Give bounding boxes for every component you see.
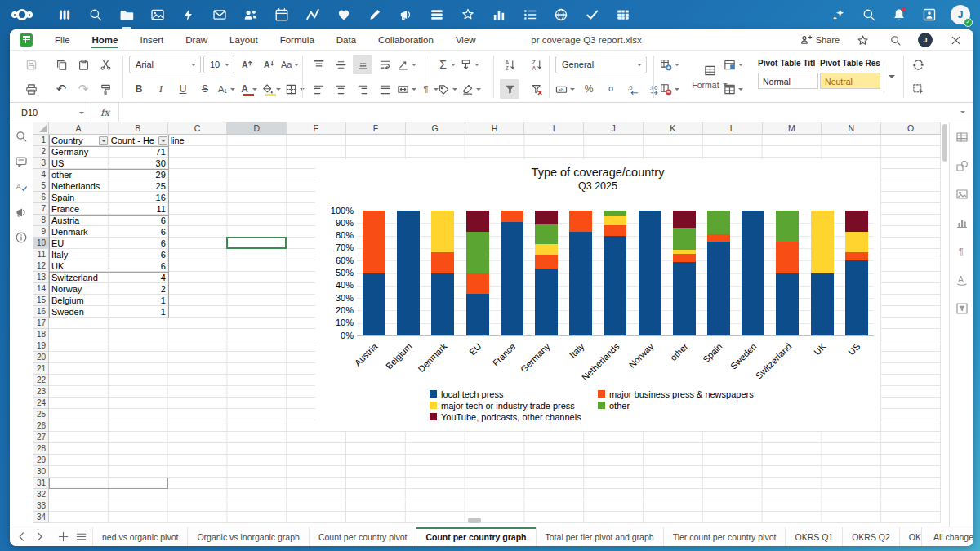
menu-layout[interactable]: Layout	[229, 31, 259, 49]
select-tool-button[interactable]	[908, 79, 928, 99]
bar-segment[interactable]	[466, 211, 489, 232]
shape-settings-icon[interactable]	[952, 156, 972, 176]
nextcloud-logo-icon[interactable]	[11, 9, 33, 20]
merge-cells-button[interactable]	[397, 79, 418, 99]
row-header-21[interactable]: 21	[33, 363, 49, 375]
notifications-icon[interactable]	[890, 7, 907, 24]
row-header-27[interactable]: 27	[33, 432, 49, 443]
align-right-button[interactable]	[353, 79, 372, 99]
tasks-icon[interactable]	[521, 7, 538, 24]
search-icon[interactable]	[885, 30, 905, 50]
align-center-button[interactable]	[331, 79, 350, 99]
cell-A16[interactable]: Sweden	[51, 306, 105, 318]
sum-button[interactable]: Σ	[438, 55, 457, 74]
search-icon[interactable]	[87, 7, 104, 24]
row-header-11[interactable]: 11	[33, 249, 49, 260]
cell-B7[interactable]: 11	[111, 203, 166, 215]
bar-segment[interactable]	[397, 211, 420, 335]
bar-segment[interactable]	[431, 211, 454, 252]
filter-button-B1[interactable]	[158, 136, 167, 145]
contacts-menu-icon[interactable]	[920, 7, 938, 24]
cell-B1[interactable]: Count - He	[111, 135, 158, 146]
previous-sheet-button[interactable]	[13, 529, 29, 545]
assistant-icon[interactable]	[830, 7, 847, 24]
redo-button[interactable]: ↷	[74, 79, 93, 99]
align-justify-button[interactable]	[375, 79, 394, 99]
row-header-6[interactable]: 6	[33, 192, 49, 203]
align-left-button[interactable]	[309, 79, 328, 99]
bar-segment[interactable]	[639, 211, 662, 335]
cell-reference-box[interactable]: D10	[10, 103, 91, 122]
column-header-H[interactable]: H	[466, 122, 525, 135]
align-middle-button[interactable]	[331, 55, 350, 74]
sheet-tab-count-per-country-graph[interactable]: Count per country graph	[416, 527, 536, 546]
insert-function-button[interactable]: fx	[91, 103, 119, 122]
row-header-28[interactable]: 28	[33, 443, 49, 455]
bar-segment[interactable]	[604, 211, 626, 216]
sheet-tab-tier-count-per-country-pivot[interactable]: Tier count per country pivot	[664, 527, 786, 546]
cell-B4[interactable]: 29	[111, 169, 166, 180]
row-header-8[interactable]: 8	[33, 215, 49, 226]
about-icon[interactable]	[11, 228, 31, 247]
notes-icon[interactable]	[366, 7, 383, 24]
cell-A4[interactable]: other	[51, 169, 105, 180]
bar-segment[interactable]	[776, 242, 799, 273]
cell-A3[interactable]: US	[51, 158, 105, 169]
image-settings-icon[interactable]	[952, 184, 972, 204]
cell-B8[interactable]: 6	[111, 215, 166, 226]
decrement-font-button[interactable]: A	[259, 55, 278, 74]
cell-B11[interactable]: 6	[111, 249, 166, 260]
bar-segment[interactable]	[845, 211, 868, 232]
font-name-select[interactable]: Arial	[129, 56, 201, 73]
column-header-E[interactable]: E	[287, 122, 346, 135]
bar-segment[interactable]	[431, 252, 454, 273]
row-header-24[interactable]: 24	[33, 398, 49, 409]
contacts-icon[interactable]	[242, 7, 259, 24]
bar-segment[interactable]	[466, 294, 489, 335]
row-header-22[interactable]: 22	[33, 375, 49, 386]
cell-B12[interactable]: 6	[111, 260, 166, 272]
statistics-icon[interactable]	[490, 7, 507, 24]
cell-B16[interactable]: 1	[111, 306, 166, 318]
font-color-button[interactable]: A	[239, 79, 259, 99]
row-header-33[interactable]: 33	[33, 500, 49, 512]
bar-segment[interactable]	[569, 232, 592, 336]
cell-B5[interactable]: 25	[111, 180, 166, 192]
borders-button[interactable]	[285, 79, 306, 99]
italic-button[interactable]: I	[151, 79, 171, 99]
row-header-25[interactable]: 25	[33, 409, 49, 420]
bar-segment[interactable]	[569, 211, 592, 232]
bar-segment[interactable]	[604, 216, 626, 225]
percent-style-button[interactable]: %	[579, 79, 599, 99]
print-button[interactable]	[21, 79, 41, 99]
feedback-icon[interactable]	[11, 202, 31, 222]
menu-data[interactable]: Data	[336, 31, 357, 49]
bar-segment[interactable]	[466, 232, 489, 273]
conditional-format-button[interactable]	[724, 55, 745, 74]
cell-A11[interactable]: Italy	[51, 249, 105, 260]
row-header-7[interactable]: 7	[33, 203, 49, 215]
cell-B13[interactable]: 4	[111, 272, 166, 283]
cell-B9[interactable]: 6	[111, 226, 166, 238]
cell-A7[interactable]: France	[51, 203, 105, 215]
column-header-D[interactable]: D	[227, 122, 287, 135]
row-header-14[interactable]: 14	[33, 283, 49, 295]
sheet-tab-okrs-q1[interactable]: OKRS Q1	[786, 527, 843, 546]
formula-input[interactable]	[119, 103, 952, 122]
cell-A9[interactable]: Denmark	[51, 226, 105, 238]
row-header-26[interactable]: 26	[33, 420, 49, 432]
add-sheet-button[interactable]	[55, 529, 71, 545]
calendar-icon[interactable]	[273, 7, 290, 24]
row-header-3[interactable]: 3	[33, 158, 49, 169]
row-header-1[interactable]: 1	[33, 135, 49, 146]
external-sites-icon[interactable]	[552, 7, 569, 24]
wrap-text-button[interactable]	[375, 55, 394, 74]
sheet-tab-ok[interactable]: OK	[900, 527, 922, 546]
bar-segment[interactable]	[845, 252, 868, 260]
bar-segment[interactable]	[501, 211, 523, 222]
row-header-13[interactable]: 13	[33, 272, 49, 283]
bar-segment[interactable]	[535, 211, 558, 224]
activity-icon[interactable]	[180, 7, 197, 24]
announcements-icon[interactable]	[397, 7, 414, 24]
selected-cell[interactable]	[226, 237, 287, 249]
